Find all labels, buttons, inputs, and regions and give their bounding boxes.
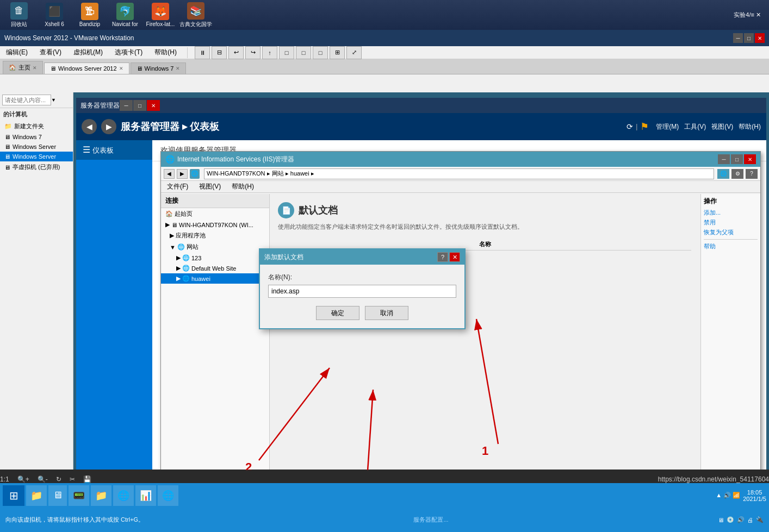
- tab-win2012-close[interactable]: ✕: [119, 66, 123, 71]
- iis-tree-huawei[interactable]: ▶ 🌐 huawei: [161, 273, 269, 284]
- sm-tools[interactable]: 工具(V): [684, 122, 706, 132]
- vm-icon-ws1: 🖥: [4, 143, 10, 150]
- sm-tab-dashboard[interactable]: ☰ 仪表板: [76, 140, 152, 160]
- tb-btn7[interactable]: □: [296, 46, 311, 59]
- server-config-link[interactable]: 服务器配置...: [413, 516, 448, 524]
- tb-btn8[interactable]: □: [313, 46, 328, 59]
- sidebar-item-win7[interactable]: 🖥 Windows 7: [0, 132, 73, 142]
- iis-tree-startpage[interactable]: 🏠 起始页: [161, 208, 269, 220]
- tab-win2012[interactable]: 🖥 Windows Server 2012 ✕: [44, 62, 129, 74]
- sm-minimize[interactable]: ─: [120, 100, 133, 111]
- tb-btn3[interactable]: ↩: [228, 46, 244, 59]
- iis-tree-123[interactable]: ▶ 🌐 123: [161, 253, 269, 263]
- iis-back[interactable]: ◀: [164, 169, 175, 179]
- sidebar-item-winserver2[interactable]: 🖥 Windows Server: [0, 152, 73, 161]
- iis-tree-websites[interactable]: ▼ 🌐 网站: [161, 241, 269, 253]
- sm-title-bar: 服务器管理器 ─ □ ✕: [76, 98, 766, 113]
- sm-maximize[interactable]: □: [133, 100, 146, 111]
- sm-back-btn[interactable]: ◀: [82, 119, 97, 134]
- zoom-out-btn[interactable]: 🔍-: [38, 475, 48, 483]
- iis-tree-defaultweb[interactable]: ▶ 🌐 Default Web Site: [161, 263, 269, 273]
- menu-help[interactable]: 帮助(H): [151, 47, 180, 58]
- minimize-button[interactable]: ─: [733, 33, 743, 43]
- action-disable[interactable]: 禁用: [704, 218, 758, 227]
- dialog-help-btn[interactable]: ?: [437, 252, 448, 262]
- icon-navicat[interactable]: 🐬 Navicat for: [109, 3, 141, 27]
- sm-help[interactable]: 帮助(H): [739, 122, 761, 132]
- menu-tabs[interactable]: 选项卡(T): [111, 47, 146, 58]
- taskbar-excel[interactable]: 📊: [135, 485, 156, 506]
- tab-win7[interactable]: 🖥 Windows 7 ✕: [131, 62, 187, 74]
- iis-menu-help[interactable]: 帮助(H): [228, 181, 257, 192]
- icon-recycle[interactable]: 🗑 回收站: [3, 2, 35, 28]
- sidebar-item-newfolder[interactable]: 📁 新建文件夹: [0, 121, 73, 132]
- save-btn[interactable]: 💾: [83, 475, 91, 483]
- iis-menu-view[interactable]: 视图(V): [196, 181, 224, 192]
- search-dropdown[interactable]: ▼: [51, 97, 56, 103]
- tb-btn9[interactable]: ⊞: [330, 46, 345, 59]
- sm-view[interactable]: 视图(V): [711, 122, 733, 132]
- sidebar-item-vm-deprecated[interactable]: 🖥 亭虚拟机 (已弃用): [0, 161, 73, 173]
- zoom-in-btn[interactable]: 🔍+: [17, 475, 29, 483]
- tb-btn2[interactable]: ⊟: [212, 46, 227, 59]
- action-restore-parent[interactable]: 恢复为父项: [704, 228, 758, 236]
- taskbar-network[interactable]: 🌐: [158, 485, 178, 506]
- sm-refresh[interactable]: ⟳ | ⚑: [627, 121, 649, 133]
- tb-btn6[interactable]: □: [279, 46, 294, 59]
- close-button[interactable]: ✕: [755, 33, 765, 43]
- menu-view[interactable]: 查看(V): [36, 47, 65, 58]
- system-tray: ▲ 🔊 📶: [716, 492, 740, 499]
- iis-menu-file[interactable]: 文件(F): [164, 181, 191, 192]
- taskbar-serverconfig[interactable]: 🖥: [48, 485, 67, 506]
- iis-tree-apppool[interactable]: ▶ 应用程序池: [161, 230, 269, 241]
- zoom-level: 1:1: [0, 475, 9, 483]
- sites-icon: 🌐: [177, 243, 185, 251]
- sm-manage[interactable]: 管理(M): [656, 122, 679, 132]
- taskbar-files[interactable]: 📁: [91, 485, 111, 506]
- tb-btn5[interactable]: ↑: [262, 46, 277, 59]
- taskbar-ie[interactable]: 🌐: [113, 485, 134, 506]
- tb-btn10[interactable]: ⤢: [346, 46, 362, 59]
- menu-edit[interactable]: 编辑(E): [3, 47, 31, 58]
- dialog-cancel-btn[interactable]: 取消: [365, 306, 408, 320]
- action-add[interactable]: 添加...: [704, 209, 758, 217]
- startpage-icon: 🏠: [165, 210, 173, 217]
- sidebar-section-computer: 的计算机: [0, 108, 73, 121]
- iis-forward[interactable]: ▶: [177, 169, 188, 179]
- tab-home-close[interactable]: ✕: [33, 65, 37, 71]
- dialog-close-btn[interactable]: ✕: [449, 252, 460, 262]
- iis-addr-btn1[interactable]: 🌐: [717, 169, 729, 179]
- annotation-arrows: 1 2 3: [270, 194, 700, 470]
- maximize-button[interactable]: □: [744, 33, 754, 43]
- crop-btn[interactable]: ✂: [70, 475, 75, 483]
- sm-close[interactable]: ✕: [147, 100, 160, 111]
- taskbar-powershell[interactable]: 📟: [69, 485, 89, 506]
- taskbar-explorer[interactable]: 📁: [26, 485, 47, 506]
- icon-bandizip[interactable]: 🗜 Bandizip: [73, 3, 106, 27]
- tb-btn4[interactable]: ↪: [245, 46, 261, 59]
- iis-left-panel: 连接 🏠 起始页 ▶ 🖥 WIN-HGANDT97KON (WI...: [161, 194, 270, 470]
- icon-xshell[interactable]: ⬛ Xshell 6: [38, 3, 71, 27]
- iis-close[interactable]: ✕: [744, 154, 756, 164]
- search-input[interactable]: [2, 95, 51, 105]
- icon-guoxue[interactable]: 📚 古典文化国学: [179, 2, 212, 28]
- start-button[interactable]: ⊞: [3, 485, 24, 506]
- folder-icon: 📁: [4, 123, 12, 130]
- dialog-input-field[interactable]: [270, 285, 456, 298]
- menu-vm[interactable]: 虚拟机(M): [70, 47, 106, 58]
- tab-home[interactable]: 🏠 主页 ✕: [3, 61, 43, 74]
- dialog-confirm-btn[interactable]: 确定: [316, 306, 359, 320]
- action-help[interactable]: 帮助: [704, 242, 758, 251]
- iis-tree-server[interactable]: ▶ 🖥 WIN-HGANDT97KON (WI...: [161, 220, 269, 230]
- icon-firefox[interactable]: 🦊 Firefox-lat...: [144, 3, 177, 27]
- iis-addr-btn3[interactable]: ?: [746, 169, 758, 179]
- tab-win7-close[interactable]: ✕: [176, 66, 180, 71]
- vm-display[interactable]: 服务器管理器 ─ □ ✕ ◀ ▶ 服务器管理器 ▸ 仪表板 ⟳ | ⚑: [73, 92, 769, 516]
- sm-forward-btn[interactable]: ▶: [101, 119, 116, 134]
- iis-minimize[interactable]: ─: [718, 154, 730, 164]
- pause-btn[interactable]: ⏸: [195, 46, 210, 59]
- iis-maximize[interactable]: □: [731, 154, 743, 164]
- iis-addr-btn2[interactable]: ⚙: [731, 169, 743, 179]
- refresh-btn[interactable]: ↻: [56, 475, 61, 483]
- sidebar-item-winserver1[interactable]: 🖥 Windows Server: [0, 142, 73, 152]
